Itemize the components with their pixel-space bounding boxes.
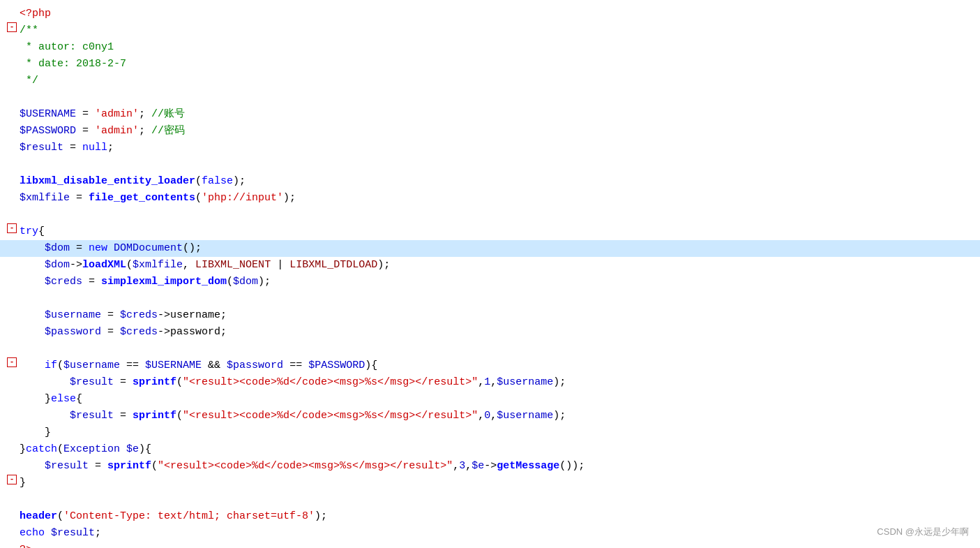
code-content-2: /**: [20, 22, 980, 39]
code-content-14: try{: [20, 223, 980, 240]
code-content-28: $result = sprintf("<result><code>%d</cod…: [20, 458, 980, 475]
watermark: CSDN @永远是少年啊: [877, 525, 969, 540]
code-line-7: $USERNAME = 'admin'; //账号: [0, 106, 980, 123]
code-content-24: }else{: [20, 391, 980, 408]
code-line-25: $result = sprintf("<result><code>%d</cod…: [0, 408, 980, 424]
code-line-33: ?>: [0, 542, 980, 548]
code-line-29: - }: [0, 475, 980, 491]
code-line-19: $username = $creds->username;: [0, 307, 980, 324]
code-content-13: [20, 207, 980, 223]
code-editor: <?php - /** * autor: c0ny1 * date: 2018-…: [0, 0, 980, 548]
code-content-26: }: [20, 424, 980, 441]
code-content-7: $USERNAME = 'admin'; //账号: [20, 106, 980, 123]
code-line-11: libxml_disable_entity_loader(false);: [0, 173, 980, 190]
code-content-1: <?php: [20, 6, 980, 22]
code-content-3: * autor: c0ny1: [20, 39, 980, 56]
code-line-4: * date: 2018-2-7: [0, 56, 980, 73]
code-line-15: $dom = new DOMDocument();: [0, 240, 980, 257]
code-line-14: - try{: [0, 223, 980, 240]
code-line-5: */: [0, 73, 980, 89]
code-content-5: */: [20, 73, 980, 89]
fold-marker-2[interactable]: -: [6, 22, 18, 32]
code-content-31: header('Content-Type: text/html; charset…: [20, 508, 980, 525]
code-line-24: }else{: [0, 391, 980, 408]
code-content-17: $creds = simplexml_import_dom($dom);: [20, 274, 980, 290]
code-line-6: [0, 89, 980, 106]
code-content-22: if($username == $USERNAME && $password =…: [20, 357, 980, 374]
code-content-21: [20, 341, 980, 357]
code-content-33: ?>: [20, 542, 980, 548]
code-line-17: $creds = simplexml_import_dom($dom);: [0, 274, 980, 290]
code-content-11: libxml_disable_entity_loader(false);: [20, 173, 980, 190]
code-line-26: }: [0, 424, 980, 441]
code-line-21: [0, 341, 980, 357]
code-content-29: }: [20, 475, 980, 491]
code-content-8: $PASSWORD = 'admin'; //密码: [20, 123, 980, 140]
code-line-16: $dom->loadXML($xmlfile, LIBXML_NOENT | L…: [0, 257, 980, 274]
code-line-20: $password = $creds->password;: [0, 324, 980, 341]
code-content-20: $password = $creds->password;: [20, 324, 980, 341]
code-line-2: - /**: [0, 22, 980, 39]
code-content-12: $xmlfile = file_get_contents('php://inpu…: [20, 190, 980, 207]
code-content-9: $result = null;: [20, 140, 980, 156]
code-content-25: $result = sprintf("<result><code>%d</cod…: [20, 408, 980, 424]
code-line-22: - if($username == $USERNAME && $password…: [0, 357, 980, 374]
code-line-28: $result = sprintf("<result><code>%d</cod…: [0, 458, 980, 475]
code-line-1: <?php: [0, 6, 980, 22]
code-line-32: echo $result;: [0, 525, 980, 542]
code-content-16: $dom->loadXML($xmlfile, LIBXML_NOENT | L…: [20, 257, 980, 274]
fold-marker-14[interactable]: -: [6, 223, 18, 233]
code-content-4: * date: 2018-2-7: [20, 56, 980, 73]
code-content-6: [20, 89, 980, 106]
code-line-23: $result = sprintf("<result><code>%d</cod…: [0, 374, 980, 391]
code-line-30: [0, 491, 980, 508]
code-line-31: header('Content-Type: text/html; charset…: [0, 508, 980, 525]
code-line-8: $PASSWORD = 'admin'; //密码: [0, 123, 980, 140]
code-content-19: $username = $creds->username;: [20, 307, 980, 324]
fold-marker-29[interactable]: -: [6, 475, 18, 484]
code-content-15: $dom = new DOMDocument();: [20, 240, 980, 257]
code-line-27: }catch(Exception $e){: [0, 441, 980, 458]
code-content-30: [20, 491, 980, 508]
code-line-3: * autor: c0ny1: [0, 39, 980, 56]
code-content-10: [20, 156, 980, 173]
code-content-18: [20, 290, 980, 307]
code-line-12: $xmlfile = file_get_contents('php://inpu…: [0, 190, 980, 207]
code-content-27: }catch(Exception $e){: [20, 441, 980, 458]
code-content-32: echo $result;: [20, 525, 980, 542]
code-line-13: [0, 207, 980, 223]
code-line-9: $result = null;: [0, 140, 980, 156]
code-line-18: [0, 290, 980, 307]
code-content-23: $result = sprintf("<result><code>%d</cod…: [20, 374, 980, 391]
fold-marker-22[interactable]: -: [6, 357, 18, 367]
code-line-10: [0, 156, 980, 173]
